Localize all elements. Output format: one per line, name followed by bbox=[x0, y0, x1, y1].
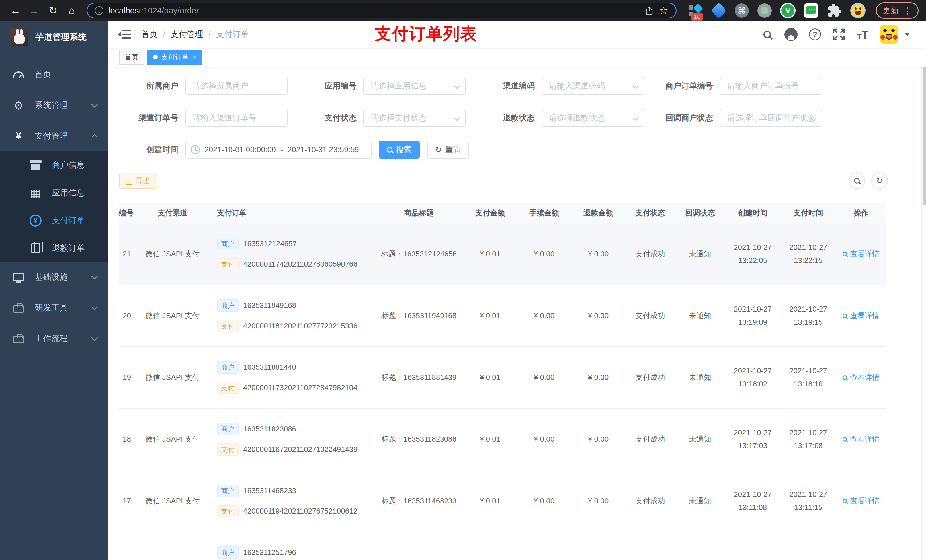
table-row[interactable]: 商户 1635311251796 支付 查看详情 bbox=[119, 532, 886, 560]
bookmark-star-icon[interactable]: ☆ bbox=[659, 5, 668, 16]
export-button[interactable]: 导出 bbox=[119, 173, 157, 189]
recorder-extension-icon[interactable] bbox=[757, 3, 772, 18]
search-icon bbox=[843, 314, 847, 318]
pay-amount: ¥ 0.01 bbox=[463, 223, 517, 285]
font-size-icon[interactable] bbox=[856, 27, 870, 41]
order-id: 17 bbox=[123, 497, 131, 505]
vue-devtools-icon[interactable] bbox=[780, 3, 796, 18]
toolbox-icon bbox=[11, 303, 26, 313]
profile-avatar-icon[interactable] bbox=[850, 3, 865, 18]
browser-menu-icon[interactable] bbox=[903, 6, 912, 16]
browser-update-button[interactable]: 更新 bbox=[876, 2, 918, 19]
search-icon bbox=[854, 178, 859, 184]
table-row[interactable]: 21 微信 JSAPI 支付 商户 1635312124657 支付 42000… bbox=[119, 223, 886, 285]
page-scrollbar[interactable] bbox=[921, 21, 926, 560]
sketch-extension-icon[interactable]: 10 bbox=[688, 3, 703, 18]
pay-order-no: 4200001174202110278060590766 bbox=[243, 260, 357, 269]
merchant-tag: 商户 bbox=[217, 423, 239, 435]
col-created: 创建时间 bbox=[725, 203, 781, 223]
merchant-order-input[interactable]: 请输入商户订单编号 bbox=[720, 77, 822, 95]
filter-label: 创建时间 bbox=[119, 144, 185, 155]
table-row[interactable]: 18 微信 JSAPI 支付 商户 1635311823086 支付 42000… bbox=[119, 408, 886, 470]
user-avatar[interactable] bbox=[880, 25, 898, 44]
command-extension-icon[interactable] bbox=[735, 3, 749, 18]
breadcrumb: 首页 / 支付管理 / 支付订单 bbox=[141, 29, 249, 40]
view-detail-link[interactable]: 查看详情 bbox=[843, 311, 879, 321]
search-button[interactable]: 搜索 bbox=[379, 140, 420, 159]
app-select[interactable]: 请选择应用信息 bbox=[363, 77, 466, 95]
search-icon[interactable] bbox=[760, 27, 774, 41]
breadcrumb-pay[interactable]: 支付管理 bbox=[170, 29, 203, 40]
merchant-tag: 商户 bbox=[217, 238, 239, 250]
view-detail-link[interactable]: 查看详情 bbox=[843, 496, 879, 506]
pay-amount: ¥ 0.01 bbox=[463, 408, 517, 470]
tab-pay-order[interactable]: 支付订单 × bbox=[147, 50, 202, 65]
sidebar-item-refund-order[interactable]: 退款订单 bbox=[0, 234, 108, 262]
sidebar-group-infra[interactable]: 基础设施 bbox=[0, 262, 108, 293]
tab-home[interactable]: 首页 bbox=[119, 50, 144, 65]
sidebar-item-pay-order[interactable]: 支付订单 bbox=[0, 207, 108, 234]
app-logo[interactable]: 芋道管理系统 bbox=[0, 21, 108, 53]
sidebar-group-workflow[interactable]: 工作流程 bbox=[0, 323, 108, 354]
search-icon bbox=[843, 252, 847, 257]
extensions-puzzle-icon[interactable] bbox=[827, 3, 842, 18]
app-title: 芋道管理系统 bbox=[35, 31, 86, 43]
breadcrumb-home[interactable]: 首页 bbox=[141, 29, 158, 40]
sidebar-group-system[interactable]: 系统管理 bbox=[0, 90, 108, 121]
sidebar-item-merchant-info[interactable]: 商户信息 bbox=[0, 151, 108, 179]
pay-order-no: 4200001173202110272847982104 bbox=[243, 383, 357, 392]
view-detail-link[interactable]: 查看详情 bbox=[843, 434, 879, 444]
browser-home-button[interactable]: ⌂ bbox=[64, 3, 80, 18]
share-icon[interactable] bbox=[645, 5, 654, 16]
created-time: 2021-10-2713:11:08 bbox=[725, 470, 781, 532]
channel-code-select[interactable]: 请输入渠道编码 bbox=[542, 77, 644, 95]
created-time: 2021-10-2713:19:09 bbox=[725, 285, 781, 347]
pay-submenu: 商户信息 应用信息 支付订单 退款订单 bbox=[0, 151, 108, 262]
chat-extension-icon[interactable] bbox=[804, 3, 819, 18]
gem-extension-icon[interactable] bbox=[711, 3, 726, 18]
callback-status-select[interactable]: 请选择订单回调商户状态 bbox=[720, 109, 822, 127]
shop-icon bbox=[29, 161, 43, 170]
site-info-icon[interactable] bbox=[95, 6, 103, 15]
created-time: 2021-10-2713:22:05 bbox=[725, 223, 781, 285]
paid-time: 2021-10-2713:18:10 bbox=[781, 347, 836, 408]
chevron-down-icon bbox=[91, 101, 98, 108]
sidebar-group-pay[interactable]: 支付管理 bbox=[0, 121, 108, 151]
table-row[interactable]: 19 微信 JSAPI 支付 商户 1635311881440 支付 42000… bbox=[119, 347, 886, 408]
logo-image bbox=[10, 28, 29, 46]
browser-forward-button[interactable]: → bbox=[26, 3, 42, 18]
top-navbar: 首页 / 支付管理 / 支付订单 支付订单列表 bbox=[108, 21, 926, 48]
col-action: 操作 bbox=[836, 203, 886, 223]
view-detail-link[interactable]: 查看详情 bbox=[843, 373, 879, 382]
fullscreen-icon[interactable] bbox=[832, 27, 846, 41]
help-icon[interactable] bbox=[808, 27, 822, 41]
close-icon[interactable]: × bbox=[192, 53, 197, 61]
reset-button[interactable]: 重置 bbox=[427, 140, 469, 159]
refresh-table-button[interactable] bbox=[872, 172, 888, 189]
paid-time: 2021-10-2713:22:15 bbox=[781, 223, 836, 285]
address-bar[interactable]: localhost:1024/pay/order ☆ bbox=[86, 3, 676, 18]
toggle-search-button[interactable] bbox=[849, 172, 865, 189]
browser-back-button[interactable]: ← bbox=[8, 3, 23, 18]
sidebar-group-dev-tools[interactable]: 研发工具 bbox=[0, 293, 108, 323]
merchant-select[interactable]: 请选择所属商户 bbox=[185, 77, 287, 95]
col-paid: 支付时间 bbox=[781, 203, 836, 223]
sidebar-collapse-icon[interactable] bbox=[119, 29, 131, 39]
sidebar-item-home[interactable]: 首页 bbox=[0, 59, 108, 90]
download-icon bbox=[126, 177, 132, 185]
col-pay-status: 支付状态 bbox=[625, 203, 675, 223]
table-row[interactable]: 17 微信 JSAPI 支付 商户 1635311468233 支付 42000… bbox=[119, 470, 886, 532]
sidebar-item-app-info[interactable]: 应用信息 bbox=[0, 179, 108, 207]
view-detail-link[interactable]: 查看详情 bbox=[843, 249, 879, 259]
merchant-order-no: 1635311468233 bbox=[243, 486, 296, 495]
table-row[interactable]: 20 微信 JSAPI 支付 商户 1635311949168 支付 42000… bbox=[119, 285, 886, 347]
github-icon[interactable] bbox=[784, 27, 798, 41]
avatar-caret-icon[interactable] bbox=[904, 33, 910, 36]
refund-status-select[interactable]: 请选择退款状态 bbox=[542, 109, 644, 127]
channel-order-input[interactable]: 请输入渠道订单号 bbox=[185, 109, 287, 127]
extension-badge: 10 bbox=[691, 12, 703, 21]
pay-status-select[interactable]: 请选择支付状态 bbox=[363, 109, 466, 127]
create-time-range-input[interactable]: 2021-10-01 00:00:00 - 2021-10-31 23:59:5… bbox=[185, 140, 372, 159]
pay-channel: 微信 JSAPI 支付 bbox=[133, 223, 212, 285]
browser-reload-button[interactable]: ↻ bbox=[45, 3, 61, 18]
